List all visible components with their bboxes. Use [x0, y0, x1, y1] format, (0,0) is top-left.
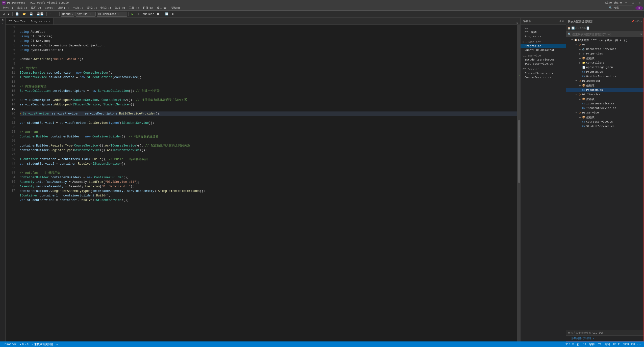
middle-pane-close-icon[interactable]: ✕ — [562, 19, 564, 23]
menu-view[interactable]: 视图(V) — [29, 6, 43, 10]
tree-program-cs-di[interactable]: ▶ C# Program.cs — [566, 70, 643, 74]
tree-project-di[interactable]: ▼ ⬡ DI — [566, 42, 643, 47]
status-line[interactable]: 行: 19 — [577, 342, 586, 346]
di-expand-arrow[interactable]: ▼ — [574, 43, 578, 46]
menu-window[interactable]: 窗口(W) — [156, 6, 169, 10]
sol-home-icon[interactable]: 🏠 — [567, 26, 571, 30]
status-errors[interactable]: ✕ 0 ⚠ 0 — [20, 343, 29, 346]
deps-is-expand-arrow[interactable]: ▶ — [578, 98, 582, 101]
minimize-button[interactable]: ─ — [624, 1, 629, 4]
toolbar-open[interactable]: 📂 — [21, 12, 27, 17]
tree-icourseservice[interactable]: ▶ C# ICourseService.cs — [566, 101, 643, 106]
status-zoom[interactable]: 110 % — [565, 343, 574, 346]
toolbar-nav-forward[interactable]: ▶ — [7, 12, 11, 17]
mid-item-di[interactable]: DI — [521, 26, 566, 30]
tree-properties[interactable]: ▶ ⚙ Properties — [566, 51, 643, 56]
add-to-source-control[interactable]: ↑ 添加到源代码管理 ▾ — [566, 335, 643, 341]
tree-controllers[interactable]: ▶ 📁 Controllers — [566, 61, 643, 65]
platform-dropdown[interactable]: Any CPU ▾ — [75, 12, 96, 17]
menu-build[interactable]: 生成(B) — [71, 6, 85, 10]
tree-deps-demotest[interactable]: ▶ 📦 依赖项 — [566, 83, 643, 88]
deps-di-expand-arrow[interactable]: ▶ — [578, 57, 582, 60]
sol-search-clear-icon[interactable]: ✕ — [640, 33, 642, 36]
tree-studentservice[interactable]: ▶ C# StudentService.cs — [566, 124, 643, 129]
solution-explorer-search-input[interactable] — [572, 33, 639, 36]
properties-expand-arrow[interactable]: ▶ — [578, 52, 582, 55]
solution-expand-arrow[interactable]: ▼ — [570, 39, 574, 41]
toolbar-save[interactable]: 💾 — [28, 12, 34, 17]
mid-item-istudentservice[interactable]: IStudentService.cs — [521, 58, 566, 62]
user-avatar[interactable]: D — [635, 6, 643, 10]
service-expand-arrow[interactable]: ▼ — [574, 111, 578, 114]
deps-sv-expand-arrow[interactable]: ▶ — [578, 116, 582, 119]
stop-button[interactable]: ⏹ — [155, 12, 161, 17]
demotest-expand-arrow[interactable]: ▼ — [574, 80, 578, 82]
toolbar-more-1[interactable]: 🔄 — [164, 12, 170, 17]
middle-pane-settings-icon[interactable]: ⚙ — [559, 19, 561, 23]
mid-item-program-cs-root[interactable]: Program.cs — [521, 35, 566, 39]
tree-courseservice[interactable]: ▶ C# CourseService.cs — [566, 120, 643, 124]
mid-item-studentservice[interactable]: StudentService.cs — [521, 71, 566, 75]
mid-item-program-cs-active[interactable]: Program.cs — [521, 44, 566, 48]
status-check-mark[interactable]: ✔ — [57, 343, 58, 346]
status-col[interactable]: 字符: 77 — [589, 342, 601, 346]
tab-program-cs[interactable]: DI.DemoTest › Program.cs ✕ — [6, 18, 54, 24]
code-content[interactable]: using Autofac; using DI.IService; using … — [18, 25, 517, 341]
menu-extensions[interactable]: 扩展(X) — [141, 6, 155, 10]
sol-exp-float-icon[interactable]: ⧉ — [637, 20, 639, 23]
tree-weatherforecast[interactable]: ▶ C# WeatherForecast.cs — [566, 74, 643, 79]
sol-undo-icon[interactable]: ↩ — [575, 26, 577, 30]
controllers-expand-arrow[interactable]: ▶ — [578, 62, 582, 64]
status-git-branch[interactable]: ⎇ master — [3, 343, 17, 346]
sol-refresh-icon[interactable]: ⊕ — [584, 26, 586, 30]
tree-solution-root[interactable]: ▼ 📋 解决方案 'DI' (4 个项目，共 4 个) — [566, 38, 643, 42]
tree-project-demotest[interactable]: ▼ ⬡ DI.DemoTest — [566, 79, 643, 83]
build-config-dropdown[interactable]: Debug ▾ — [61, 12, 75, 17]
collapse-all-icon[interactable]: ↕ — [2, 22, 3, 25]
close-button[interactable]: ✕ — [637, 1, 642, 5]
sol-exp-close-icon[interactable]: ✕ — [640, 20, 642, 23]
sol-footer-label[interactable]: 解决方案资源管理器 Git 更改 — [568, 331, 604, 335]
run-button[interactable]: ▶ — [130, 12, 135, 17]
tab-close-icon[interactable]: ✕ — [49, 20, 50, 23]
search-box[interactable]: 🔍 搜索 — [608, 6, 633, 11]
connected-expand-arrow[interactable]: ▶ — [578, 48, 582, 51]
live-share-label[interactable]: Live Share — [605, 1, 622, 4]
menu-project[interactable]: 项目(P) — [57, 6, 70, 10]
menu-debug[interactable]: 调试(D) — [85, 6, 99, 10]
toggle-breakpoints-icon[interactable]: ⊞ — [2, 19, 3, 22]
mid-item-di-overview[interactable]: DI: 概述 — [521, 30, 566, 35]
code-scrollbar[interactable] — [517, 25, 520, 341]
iservice-expand-arrow[interactable]: ▼ — [574, 93, 578, 96]
tree-connected-services[interactable]: ▶ 🔗 Connected Services — [566, 47, 643, 51]
toolbar-redo[interactable]: ↪ — [54, 12, 58, 17]
sol-filter-icon[interactable]: ⚗ — [580, 26, 581, 30]
sol-exp-pin-icon[interactable]: 📌 — [631, 20, 634, 23]
menu-tools[interactable]: 工具(T) — [127, 6, 141, 10]
tree-project-iservice[interactable]: ▼ ⬡ DI.IService — [566, 92, 643, 97]
sol-collapse-all-icon[interactable]: ⊟ — [582, 26, 584, 30]
status-encoding[interactable]: 格格 — [605, 342, 610, 346]
menu-file[interactable]: 文件(F) — [1, 6, 15, 10]
toolbar-save-all[interactable]: 💾💾 — [35, 12, 45, 17]
tree-deps-di[interactable]: ▶ 📦 依赖项 — [566, 56, 643, 61]
maximize-button[interactable]: □ — [631, 1, 635, 4]
mid-item-icourseservice[interactable]: ICourseService.cs — [521, 62, 566, 66]
toolbar-undo[interactable]: ↩ — [48, 12, 53, 17]
tree-deps-iservice[interactable]: ▶ 📦 依赖项 — [566, 97, 643, 101]
sol-exp-collapse-icon[interactable]: ─ — [635, 20, 637, 23]
sol-show-files-icon[interactable]: 📄 — [586, 26, 590, 30]
mid-item-courseservice[interactable]: CourseService.cs — [521, 75, 566, 79]
tree-project-service[interactable]: ▼ ⬡ DI.Service — [566, 110, 643, 115]
mid-item-nuget[interactable]: NuGet: DI.DemoTest — [521, 48, 566, 52]
status-csdn[interactable]: CSDN 关注 ... — [623, 342, 641, 346]
split-editor-button[interactable]: ⊟ — [514, 21, 520, 24]
project-dropdown[interactable]: DI.DemoTest ▾ — [97, 12, 127, 17]
tree-program-cs-demotest[interactable]: ▶ C# Program.cs — [566, 88, 643, 92]
run-label[interactable]: DI.DemoTest — [136, 13, 154, 16]
menu-test[interactable]: 测试(S) — [99, 6, 113, 10]
menu-analyze[interactable]: 分析(R) — [113, 6, 127, 10]
scrollbar-thumb[interactable] — [518, 120, 520, 183]
menu-edit[interactable]: 编辑(E) — [15, 6, 29, 10]
sol-redo-icon[interactable]: ↪ — [578, 26, 579, 30]
